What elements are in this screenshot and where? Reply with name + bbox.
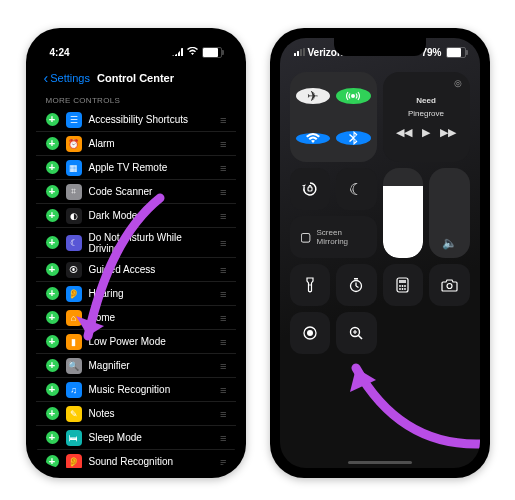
app-icon: 🛏 [66,430,82,446]
row-label: Music Recognition [89,384,171,395]
app-icon: ⦿ [66,262,82,278]
add-button[interactable]: + [46,236,59,249]
control-row[interactable]: +⌂Home≡ [36,306,236,330]
app-icon: 👂 [66,286,82,302]
back-label: Settings [50,72,90,84]
add-button[interactable]: + [46,185,59,198]
app-icon: 👂 [66,454,82,469]
drag-handle-icon[interactable]: ≡ [220,456,225,468]
drag-handle-icon[interactable]: ≡ [220,186,225,198]
control-row[interactable]: +⦿Guided Access≡ [36,258,236,282]
airplane-toggle[interactable]: ✈ [296,88,331,104]
drag-handle-icon[interactable]: ≡ [220,432,225,444]
control-row[interactable]: +♫Music Recognition≡ [36,378,236,402]
flashlight-button[interactable] [290,264,331,306]
control-row[interactable]: +☰Accessibility Shortcuts≡ [36,108,236,132]
add-button[interactable]: + [46,431,59,444]
app-icon: ⏰ [66,136,82,152]
svg-point-7 [399,285,401,287]
add-button[interactable]: + [46,383,59,396]
drag-handle-icon[interactable]: ≡ [220,210,225,222]
svg-rect-1 [308,187,312,191]
rewind-button[interactable]: ◀◀ [396,126,412,139]
add-button[interactable]: + [46,287,59,300]
music-title: Need [416,96,436,105]
control-row[interactable]: +🛏Sleep Mode≡ [36,426,236,450]
drag-handle-icon[interactable]: ≡ [220,384,225,396]
play-button[interactable]: ▶ [422,126,430,139]
connectivity-tile: ✈ [290,72,377,162]
control-row[interactable]: +👂Hearing≡ [36,282,236,306]
drag-handle-icon[interactable]: ≡ [220,288,225,300]
control-row[interactable]: +👂Sound Recognition≡ [36,450,236,468]
svg-point-9 [404,285,406,287]
control-row[interactable]: +⌗Code Scanner≡ [36,180,236,204]
add-button[interactable]: + [46,455,59,468]
control-row[interactable]: +▦Apple TV Remote≡ [36,156,236,180]
control-row[interactable]: +☾Do Not Disturb While Driving≡ [36,228,236,258]
do-not-disturb-button[interactable]: ☾ [336,168,377,210]
music-tile[interactable]: ◎ Need Pinegrove ◀◀ ▶ ▶▶ [383,72,470,162]
svg-point-8 [402,285,404,287]
home-indicator[interactable] [348,461,412,464]
control-row[interactable]: +⏰Alarm≡ [36,132,236,156]
add-button[interactable]: + [46,335,59,348]
drag-handle-icon[interactable]: ≡ [220,138,225,150]
add-button[interactable]: + [46,407,59,420]
drag-handle-icon[interactable]: ≡ [220,312,225,324]
volume-slider[interactable]: 🔈 [429,168,470,258]
screen-record-button[interactable] [290,312,331,354]
svg-point-11 [402,288,404,290]
svg-point-13 [447,283,452,288]
add-button[interactable]: + [46,311,59,324]
screen-mirroring-button[interactable]: ▢ Screen Mirroring [290,216,377,258]
camera-button[interactable] [429,264,470,306]
row-label: Hearing [89,288,124,299]
drag-handle-icon[interactable]: ≡ [220,336,225,348]
drag-handle-icon[interactable]: ≡ [220,264,225,276]
drag-handle-icon[interactable]: ≡ [220,114,225,126]
airplay-icon[interactable]: ◎ [454,78,462,88]
drag-handle-icon[interactable]: ≡ [220,360,225,372]
wifi-toggle[interactable] [296,133,331,144]
notch [334,38,426,56]
app-icon: 🔍 [66,358,82,374]
row-label: Magnifier [89,360,130,371]
control-row[interactable]: +🔍Magnifier≡ [36,354,236,378]
brightness-slider[interactable]: ☀ [383,168,424,258]
drag-handle-icon[interactable]: ≡ [220,237,225,249]
calculator-button[interactable] [383,264,424,306]
add-button[interactable]: + [46,113,59,126]
add-button[interactable]: + [46,161,59,174]
drag-handle-icon[interactable]: ≡ [220,408,225,420]
svg-rect-4 [354,278,358,280]
row-label: Low Power Mode [89,336,166,347]
controls-list[interactable]: +☰Accessibility Shortcuts≡+⏰Alarm≡+▦Appl… [36,108,236,468]
cellular-icon [294,48,305,56]
battery-icon [446,47,466,58]
bluetooth-toggle[interactable] [336,131,371,145]
back-button[interactable]: ‹ Settings [44,71,90,85]
section-header: MORE CONTROLS [36,90,236,108]
notch [90,38,182,56]
add-button[interactable]: + [46,137,59,150]
status-right: 79% [421,47,465,58]
svg-point-15 [307,330,313,336]
cellular-toggle[interactable] [336,88,371,104]
phone-left: 4:24 ‹ Settings Control Center MORE CONT… [26,28,246,478]
svg-point-2 [309,284,311,286]
timer-button[interactable] [336,264,377,306]
forward-button[interactable]: ▶▶ [440,126,456,139]
add-button[interactable]: + [46,263,59,276]
add-button[interactable]: + [46,359,59,372]
control-row[interactable]: +✎Notes≡ [36,402,236,426]
control-row[interactable]: +◐Dark Mode≡ [36,204,236,228]
screen-control-center: Verizon 79% ✈ [280,38,480,468]
control-row[interactable]: +▮Low Power Mode≡ [36,330,236,354]
magnifier-button[interactable] [336,312,377,354]
drag-handle-icon[interactable]: ≡ [220,162,225,174]
row-label: Guided Access [89,264,156,275]
row-label: Dark Mode [89,210,138,221]
orientation-lock-button[interactable] [290,168,331,210]
add-button[interactable]: + [46,209,59,222]
